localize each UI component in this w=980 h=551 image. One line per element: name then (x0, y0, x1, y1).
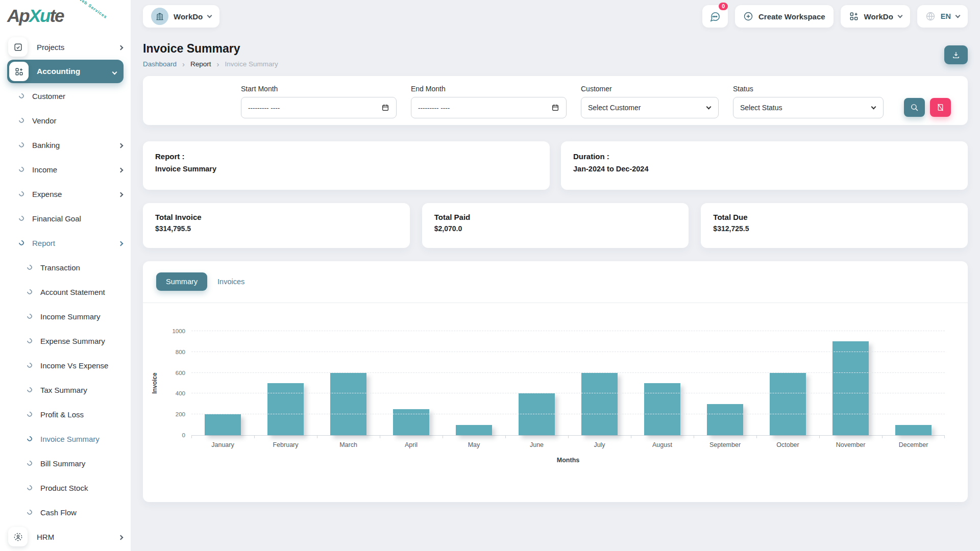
customer-select[interactable]: Select Customer (581, 97, 719, 118)
x-axis-label-january: January (191, 441, 254, 448)
breadcrumb-report[interactable]: Report (190, 60, 211, 68)
bar-cell-april (380, 331, 443, 435)
sidebar-item-expense-summary[interactable]: Expense Summary (0, 329, 131, 353)
calendar-icon (381, 104, 389, 112)
bar-cell-may (443, 331, 505, 435)
sidebar: ApXute Web Services ProjectsAccountingCu… (0, 0, 131, 551)
sidebar-item-label: Transaction (40, 263, 80, 272)
workspace-name: WorkDo (174, 12, 203, 21)
start-month-input[interactable]: --------- ---- (241, 97, 397, 118)
sidebar-item-income-vs-expense[interactable]: Income Vs Expense (0, 353, 131, 378)
end-month-input[interactable]: --------- ---- (411, 97, 567, 118)
language-selector[interactable]: EN (917, 5, 968, 28)
download-button[interactable] (944, 45, 968, 64)
x-axis-label-june: June (505, 441, 568, 448)
bar-march (330, 373, 366, 435)
chevron-down-icon (955, 13, 961, 18)
sidebar-item-income-summary[interactable]: Income Summary (0, 304, 131, 329)
sidebar-item-report[interactable]: Report (0, 231, 131, 255)
app-logo: ApXute Web Services (0, 0, 131, 32)
sidebar-item-product-stock[interactable]: Product Stock (0, 475, 131, 500)
bar-cell-february (254, 331, 317, 435)
download-icon (951, 51, 961, 60)
modules-icon (9, 62, 29, 81)
bar-august (644, 383, 680, 435)
y-axis-tick: 200 (176, 411, 185, 417)
bar-cell-september (694, 331, 756, 435)
x-axis-label-august: August (631, 441, 694, 448)
sidebar-item-tax-summary[interactable]: Tax Summary (0, 378, 131, 402)
bar-cell-october (756, 331, 819, 435)
bar-february (267, 383, 304, 435)
sidebar-item-vendor[interactable]: Vendor (0, 108, 131, 133)
sidebar-item-accounting[interactable]: Accounting (7, 60, 124, 83)
sidebar-item-expense[interactable]: Expense (0, 182, 131, 206)
customer-field: Customer Select Customer (581, 85, 719, 118)
sidebar-item-label: Projects (37, 43, 64, 52)
report-info-value: Invoice Summary (155, 165, 537, 173)
page-title: Invoice Summary (143, 42, 278, 56)
chevron-down-icon (871, 105, 876, 110)
messages-button[interactable]: 0 (702, 5, 728, 28)
chevron-down-icon (706, 105, 712, 110)
hrm-icon (8, 527, 28, 546)
sidebar-item-cash-flow[interactable]: Cash Flow (0, 500, 131, 524)
tabs: Summary Invoices (143, 261, 968, 303)
filter-bar: Start Month --------- ---- End Month ---… (143, 76, 968, 125)
bullet-icon (18, 117, 25, 124)
sidebar-item-label: Vendor (32, 116, 57, 125)
start-month-field: Start Month --------- ---- (241, 85, 397, 118)
sidebar-item-account-statement[interactable]: Account Statement (0, 280, 131, 304)
account-menu[interactable]: WorkDo (841, 5, 910, 28)
sidebar-item-label: Expense Summary (40, 337, 105, 345)
y-axis-tick: 400 (176, 390, 185, 396)
sidebar-item-customer[interactable]: Customer (0, 84, 131, 108)
total-due-card: Total Due $312,725.5 (701, 203, 968, 248)
total-invoice-card: Total Invoice $314,795.5 (143, 203, 410, 248)
x-axis-label-april: April (380, 441, 443, 448)
apply-filter-button[interactable] (904, 98, 925, 117)
x-axis-label-march: March (317, 441, 380, 448)
total-paid-label: Total Paid (434, 213, 677, 221)
sidebar-item-profit-loss[interactable]: Profit & Loss (0, 402, 131, 427)
sidebar-item-banking[interactable]: Banking (0, 133, 131, 157)
sidebar-item-label: Income Summary (40, 312, 101, 321)
tab-invoices[interactable]: Invoices (214, 272, 248, 291)
report-info-card: Report : Invoice Summary (143, 141, 550, 190)
sidebar-item-label: Account Statement (40, 288, 105, 296)
sidebar-item-label: Customer (32, 92, 65, 101)
total-invoice-label: Total Invoice (155, 213, 398, 221)
sidebar-item-income[interactable]: Income (0, 157, 131, 182)
sidebar-item-label: Banking (32, 141, 60, 149)
y-axis-tick: 0 (182, 432, 185, 438)
bar-june (519, 393, 555, 435)
topbar-right: 0 Create Workspace WorkDo EN (702, 5, 968, 28)
sidebar-item-hrm[interactable]: HRM (0, 524, 131, 549)
status-select[interactable]: Select Status (733, 97, 884, 118)
sidebar-item-projects[interactable]: Projects (0, 35, 131, 59)
gridline (191, 352, 945, 352)
chart-y-axis-title: Invoice (151, 372, 158, 393)
chevron-right-icon (119, 165, 122, 174)
workspace-selector[interactable]: WorkDo (143, 5, 219, 28)
status-selected-value: Select Status (740, 104, 782, 112)
bar-july (581, 373, 618, 435)
reset-filter-button[interactable] (930, 98, 951, 117)
start-month-placeholder: --------- ---- (248, 104, 280, 112)
tab-summary[interactable]: Summary (156, 272, 207, 291)
bullet-icon (18, 239, 25, 246)
sidebar-item-financial-goal[interactable]: Financial Goal (0, 206, 131, 231)
bar-cell-january (191, 331, 254, 435)
sidebar-item-label: Tax Summary (40, 386, 87, 394)
bar-cell-november (819, 331, 882, 435)
sidebar-item-bill-summary[interactable]: Bill Summary (0, 451, 131, 475)
total-due-label: Total Due (713, 213, 955, 221)
bar-cell-august (631, 331, 694, 435)
sidebar-item-invoice-summary[interactable]: Invoice Summary (0, 427, 131, 451)
breadcrumb-dashboard[interactable]: Dashboard (143, 60, 177, 68)
sidebar-item-label: Product Stock (40, 484, 88, 492)
bullet-icon (26, 362, 33, 369)
create-workspace-button[interactable]: Create Workspace (735, 5, 834, 28)
sidebar-item-transaction[interactable]: Transaction (0, 255, 131, 280)
bullet-icon (26, 484, 33, 491)
